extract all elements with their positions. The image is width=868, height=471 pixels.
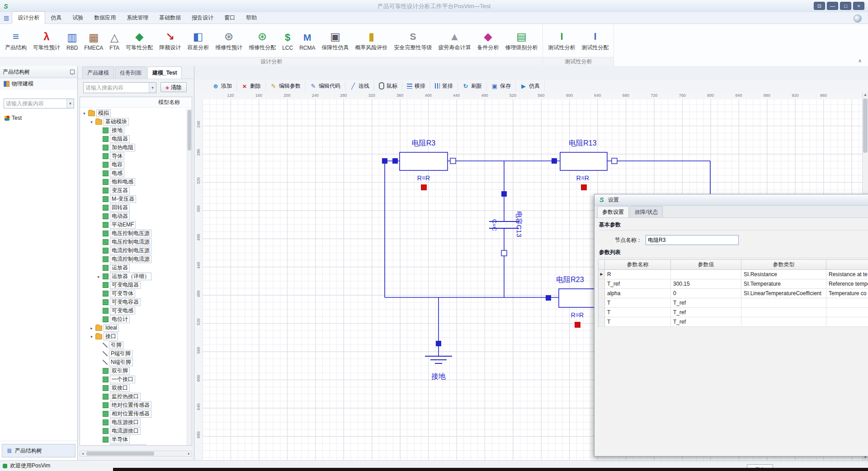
tree-item[interactable]: 回转器: [80, 203, 187, 212]
tree-item-test[interactable]: Test: [0, 113, 77, 123]
tree-item[interactable]: P端引脚: [80, 349, 187, 358]
expander-icon[interactable]: ▸: [89, 326, 94, 330]
ribbon-tool[interactable]: 维修性分配: [245, 28, 279, 52]
tree-item[interactable]: 变压器: [80, 186, 187, 195]
param-name-cell[interactable]: alpha: [605, 289, 671, 298]
tree-item[interactable]: ▾模拟: [80, 109, 187, 118]
tree-item[interactable]: 电动器: [80, 212, 187, 221]
tree-item[interactable]: 电阻器: [80, 135, 187, 143]
menu-item[interactable]: 试验: [67, 12, 89, 24]
canvas-tool-edit-params[interactable]: 编辑参数: [266, 81, 306, 91]
tree-item[interactable]: 一个接口: [80, 375, 187, 384]
ribbon-tool[interactable]: 备件分析: [474, 28, 502, 52]
tree-item[interactable]: 电感: [80, 169, 187, 178]
ribbon-tool[interactable]: RBD: [63, 29, 81, 52]
scrollbar-thumb[interactable]: [863, 99, 868, 153]
tree-item[interactable]: 电容: [80, 160, 187, 169]
ribbon-tool[interactable]: 概率风险评价: [352, 28, 391, 52]
ribbon-collapse-icon[interactable]: [858, 58, 862, 64]
param-value-cell[interactable]: T_ref: [671, 317, 741, 327]
menu-item[interactable]: 窗口: [219, 12, 241, 24]
library-search-input[interactable]: [84, 85, 149, 91]
menu-item[interactable]: 帮助: [241, 12, 262, 24]
canvas-tool-save[interactable]: 保存: [487, 81, 516, 91]
ribbon-tool[interactable]: RCMA: [296, 29, 318, 52]
tree-item[interactable]: 电位计: [80, 315, 187, 324]
tree-item[interactable]: N端引脚: [80, 358, 187, 367]
tree-item[interactable]: 半导体: [80, 435, 187, 444]
menu-item[interactable]: 系统管理: [121, 12, 154, 24]
physical-modeling-item[interactable]: 物理建模: [0, 78, 77, 89]
ribbon-tool[interactable]: 维修性预计: [212, 28, 245, 52]
param-value-cell[interactable]: 0: [671, 289, 741, 298]
port[interactable]: [392, 158, 398, 164]
clear-button[interactable]: 清除: [160, 82, 187, 92]
canvas-tool-v-align[interactable]: 竖排: [430, 81, 458, 91]
tree-item[interactable]: M-变压器: [80, 195, 187, 203]
param-name-cell[interactable]: R: [605, 270, 671, 279]
port[interactable]: [612, 158, 617, 164]
library-tab[interactable]: 建模_Test: [147, 66, 182, 79]
tree-item[interactable]: 电流源接口: [80, 427, 187, 435]
pin-icon[interactable]: [70, 70, 75, 74]
canvas-tool-add[interactable]: 添加: [208, 81, 237, 91]
expander-icon[interactable]: ▾: [89, 120, 94, 124]
param-name-cell[interactable]: T: [605, 317, 671, 327]
tree-item[interactable]: 接地: [80, 126, 187, 135]
ribbon-tool[interactable]: 可靠性预计: [30, 28, 63, 52]
ribbon-tool[interactable]: 安全完整性等级: [391, 28, 435, 52]
restore-icon[interactable]: [814, 2, 825, 10]
app-menu-icon[interactable]: [4, 14, 9, 21]
ribbon-tool[interactable]: LCC: [279, 29, 296, 52]
canvas-tool-delete[interactable]: 删除: [237, 81, 266, 91]
tree-item[interactable]: 双接口: [80, 384, 187, 392]
fault-indicator[interactable]: [421, 184, 427, 190]
port[interactable]: [382, 158, 387, 164]
tree-item[interactable]: 双引脚: [80, 367, 187, 375]
capacitor-c13[interactable]: 电容C13 C=C: [489, 191, 523, 256]
param-name-cell[interactable]: T: [605, 298, 671, 308]
port[interactable]: [436, 341, 441, 346]
param-value-cell[interactable]: [671, 270, 741, 279]
scrollbar-thumb[interactable]: [86, 452, 154, 456]
ribbon-tool[interactable]: FTA: [106, 29, 123, 52]
theme-icon[interactable]: [854, 14, 862, 23]
close-icon[interactable]: [853, 2, 864, 10]
ribbon-tool[interactable]: 容差分析: [184, 28, 212, 52]
scroll-up-icon[interactable]: ▲: [863, 92, 868, 98]
tree-item[interactable]: 电压源接口: [80, 418, 187, 427]
tree-item[interactable]: ▸Ideal: [80, 324, 187, 332]
dialog-tab[interactable]: 参数设置: [597, 206, 629, 217]
canvas-tool-refresh[interactable]: 刷新: [458, 81, 487, 91]
tree-item[interactable]: 可变电阻器: [80, 281, 187, 289]
port[interactable]: [552, 158, 557, 164]
tree-item[interactable]: 电压控制电压源: [80, 229, 187, 238]
scroll-left-icon[interactable]: ◂: [80, 451, 85, 456]
node-name-input[interactable]: [646, 235, 739, 245]
tree-item[interactable]: 监控热接口: [80, 392, 187, 401]
ribbon-tool[interactable]: 可靠性分配: [123, 28, 156, 52]
port[interactable]: [546, 295, 551, 301]
resistor-r3[interactable]: 电阻R3 R=R: [382, 139, 456, 190]
tree-item[interactable]: 绝对位置传感器: [80, 401, 187, 410]
fault-indicator[interactable]: [575, 322, 580, 328]
resistor-r13[interactable]: 电阻R13 R=R: [552, 139, 617, 190]
tree-item[interactable]: 可变导体: [80, 289, 187, 298]
structure-tree-dock-button[interactable]: 产品结构树: [2, 444, 75, 457]
tree-item[interactable]: 电流控制电压源: [80, 246, 187, 255]
ribbon-tool[interactable]: 修理级别分析: [502, 28, 541, 52]
port[interactable]: [501, 250, 507, 256]
tree-item[interactable]: 运放器: [80, 264, 187, 272]
tree-item[interactable]: 饱和电感: [80, 178, 187, 186]
library-tab[interactable]: 产品建模: [82, 66, 114, 79]
menu-item[interactable]: 仿真: [45, 12, 67, 24]
ribbon-tool[interactable]: 保障性仿真: [318, 28, 352, 52]
dialog-titlebar[interactable]: 设置: [594, 194, 868, 206]
tree-item[interactable]: 开关（理想）: [80, 444, 187, 445]
port[interactable]: [450, 158, 456, 164]
chevron-down-icon[interactable]: [149, 83, 156, 93]
library-tab[interactable]: 任务剖面: [115, 66, 146, 79]
canvas-tool-connect[interactable]: 连线: [345, 81, 374, 91]
menu-item[interactable]: 基础数据: [154, 12, 186, 24]
scrollbar-thumb[interactable]: [188, 110, 191, 151]
